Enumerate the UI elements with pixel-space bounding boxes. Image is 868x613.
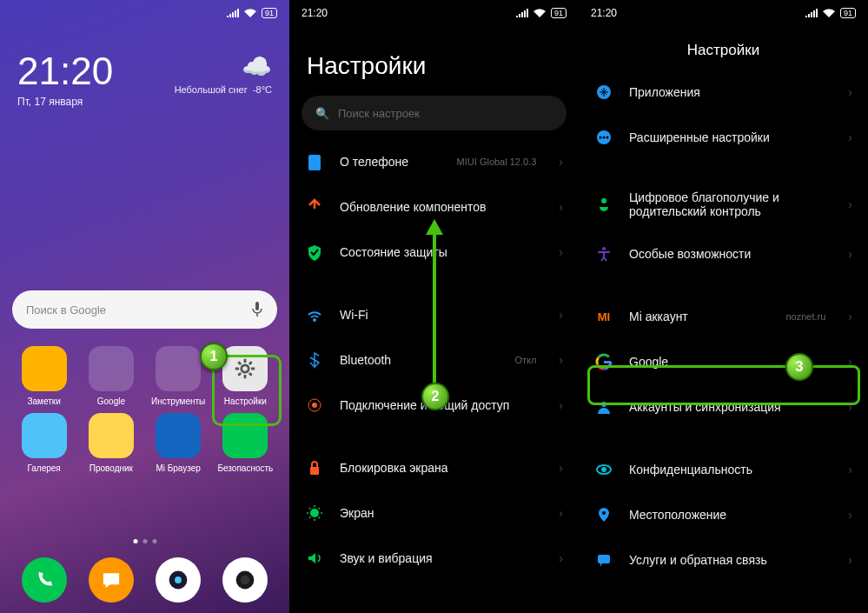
- item-label: Состояние защиты: [340, 245, 543, 259]
- item-label: Mi аккаунт: [629, 310, 770, 323]
- dock-messages[interactable]: [89, 557, 134, 603]
- settings-item-sound[interactable]: Звук и вибрация ›: [289, 536, 579, 581]
- item-label: Экран: [340, 506, 543, 520]
- step-badge-1: 1: [200, 343, 228, 370]
- item-sub: noznet.ru: [785, 311, 825, 322]
- folder-icon: [156, 346, 201, 391]
- svg-point-13: [600, 137, 602, 139]
- item-label: Конфиденциальность: [629, 463, 832, 476]
- chevron-right-icon: ›: [559, 398, 563, 412]
- search-icon: 🔍: [315, 107, 329, 120]
- app-Галерея[interactable]: Галерея: [10, 413, 77, 473]
- chevron-right-icon: ›: [559, 461, 563, 475]
- weather-widget[interactable]: ☁️ Небольшой снег -8°C: [175, 52, 272, 108]
- status-bar: 21:20 91: [579, 0, 868, 26]
- item-label: Услуги и обратная связь: [629, 553, 832, 567]
- settings-item-lock[interactable]: Блокировка экрана ›: [289, 445, 579, 490]
- settings-item-feedback[interactable]: Услуги и обратная связь ›: [579, 537, 868, 583]
- chevron-right-icon: ›: [848, 310, 852, 323]
- tether-icon: [305, 396, 324, 415]
- settings-item-privacy[interactable]: Конфиденциальность ›: [579, 447, 868, 492]
- step-badge-2: 2: [421, 383, 449, 410]
- page-indicator: [133, 539, 156, 543]
- app-label: Google: [97, 396, 125, 406]
- mic-icon[interactable]: [251, 302, 263, 317]
- svg-point-27: [602, 511, 606, 515]
- dock-browser[interactable]: [156, 557, 201, 603]
- dock-phone[interactable]: [22, 557, 67, 603]
- app-label: Проводник: [89, 463, 133, 473]
- chevron-right-icon: ›: [848, 130, 852, 144]
- chevron-right-icon: ›: [848, 85, 852, 99]
- chevron-right-icon: ›: [848, 463, 852, 476]
- app-Google[interactable]: Google: [77, 346, 144, 406]
- settings-item-more[interactable]: Расширенные настройки ›: [579, 115, 868, 160]
- settings-list: Приложения › Расширенные настройки › Циф…: [579, 70, 868, 583]
- app-icon: [22, 413, 67, 458]
- settings-item-display[interactable]: Экран ›: [289, 490, 579, 536]
- svg-point-26: [601, 467, 606, 472]
- chevron-right-icon: ›: [559, 245, 563, 259]
- item-label: Местоположение: [629, 508, 832, 522]
- svg-point-7: [312, 403, 317, 408]
- settings-item-wellbeing[interactable]: Цифровое благополучие и родительский кон…: [579, 177, 868, 231]
- mi-icon: MI: [594, 307, 613, 326]
- svg-point-17: [602, 247, 606, 250]
- home-screen: 91 21:20 Пт, 17 января ☁️ Небольшой снег…: [0, 0, 289, 613]
- page-title: Настройки: [579, 26, 868, 70]
- svg-point-10: [310, 509, 319, 517]
- chevron-right-icon: ›: [559, 506, 563, 520]
- phone-icon: [305, 152, 324, 171]
- settings-item-apps[interactable]: Приложения ›: [579, 70, 868, 115]
- scroll-arrow-line: [433, 233, 436, 407]
- lock-icon: [305, 458, 324, 477]
- item-sub: Откл: [514, 355, 536, 365]
- item-label: Особые возможности: [629, 247, 832, 261]
- svg-rect-0: [255, 302, 259, 310]
- update-icon: [305, 197, 324, 217]
- settings-item-location[interactable]: Местоположение ›: [579, 492, 868, 537]
- bluetooth-icon: [305, 350, 324, 370]
- item-sub: MIUI Global 12.0.3: [457, 157, 537, 167]
- svg-rect-28: [598, 555, 610, 563]
- svg-point-16: [601, 198, 606, 203]
- chevron-right-icon: ›: [559, 308, 563, 322]
- app-Mi Браузер[interactable]: Mi Браузер: [145, 413, 212, 473]
- item-label: Wi-Fi: [340, 308, 520, 322]
- status-bar: 91: [0, 0, 289, 26]
- chevron-right-icon: ›: [848, 197, 852, 211]
- wifi-icon: [305, 305, 324, 324]
- item-label: Bluetooth: [340, 353, 499, 367]
- shield-icon: [305, 243, 324, 262]
- status-bar: 21:20 91: [289, 0, 579, 26]
- settings-screen-2: 21:20 91 Настройки Приложения › Расширен…: [579, 0, 868, 613]
- step-badge-3: 3: [785, 353, 813, 381]
- settings-item-phone[interactable]: О телефоне MIUI Global 12.0.3 ›: [289, 139, 579, 184]
- svg-rect-6: [308, 155, 321, 170]
- chevron-right-icon: ›: [559, 551, 563, 565]
- clock-widget[interactable]: 21:20: [17, 52, 113, 90]
- wellbeing-icon: [594, 195, 613, 214]
- display-icon: [305, 503, 324, 523]
- app-icon: [22, 346, 67, 391]
- app-Проводник[interactable]: Проводник: [77, 413, 144, 473]
- app-Заметки[interactable]: Заметки: [10, 346, 77, 406]
- settings-search[interactable]: 🔍 Поиск настроек: [301, 96, 567, 130]
- feedback-icon: [594, 550, 613, 570]
- google-search-bar[interactable]: Поиск в Google: [12, 290, 277, 329]
- item-label: Обновление компонентов: [340, 200, 543, 214]
- settings-item-mi[interactable]: MI Mi аккаунт noznet.ru ›: [579, 294, 868, 339]
- svg-text:MI: MI: [598, 310, 610, 323]
- item-label: Приложения: [629, 85, 832, 99]
- app-icon: [89, 413, 134, 458]
- highlight-google: [587, 365, 860, 405]
- svg-point-14: [603, 137, 606, 139]
- signal-icon: [227, 9, 239, 17]
- location-icon: [594, 505, 613, 524]
- chevron-right-icon: ›: [848, 247, 852, 261]
- dock-camera[interactable]: [222, 557, 268, 603]
- svg-rect-9: [310, 467, 319, 475]
- folder-icon: [89, 346, 134, 391]
- settings-item-accessibility[interactable]: Особые возможности ›: [579, 231, 868, 277]
- app-label: Заметки: [28, 396, 61, 406]
